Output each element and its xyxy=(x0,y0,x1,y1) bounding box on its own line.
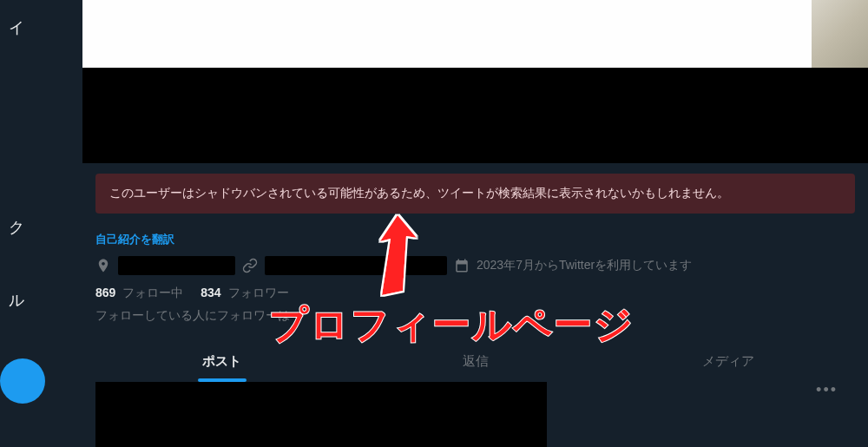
link-icon xyxy=(242,258,258,273)
sidebar-item-3[interactable]: ル xyxy=(9,290,24,311)
followers-label: フォロワー xyxy=(228,286,289,299)
profile-banner xyxy=(82,0,868,68)
post-content-redacted xyxy=(95,382,547,447)
following-count: 869 xyxy=(95,286,115,299)
location-redacted xyxy=(118,256,235,275)
followers-stat[interactable]: 834 フォロワー xyxy=(201,286,288,301)
tab-replies[interactable]: 返信 xyxy=(349,341,602,382)
following-stat[interactable]: 869 フォロー中 xyxy=(95,286,183,301)
sidebar: イ ク ル xyxy=(0,0,43,447)
compose-post-button[interactable] xyxy=(0,358,45,404)
location-icon xyxy=(95,258,111,273)
shadowban-warning: このユーザーはシャドウバンされている可能性があるため、ツイートが検索結果に表示さ… xyxy=(95,174,855,214)
followers-note: フォローしている人にフォロワーは xyxy=(95,308,855,324)
tab-posts[interactable]: ポスト xyxy=(95,341,349,382)
sidebar-item-1[interactable]: イ xyxy=(9,17,43,38)
link-redacted xyxy=(265,256,447,275)
following-label: フォロー中 xyxy=(122,286,183,299)
profile-header-redacted xyxy=(82,68,868,163)
sidebar-item-2[interactable]: ク xyxy=(9,217,24,238)
followers-count: 834 xyxy=(201,286,220,299)
profile-stats: 869 フォロー中 834 フォロワー xyxy=(95,286,855,301)
joined-date: 2023年7月からTwitterを利用しています xyxy=(477,258,692,273)
tab-media[interactable]: メディア xyxy=(602,341,855,382)
main-content: このユーザーはシャドウバンされている可能性があるため、ツイートが検索結果に表示さ… xyxy=(82,0,868,447)
profile-tabs: ポスト 返信 メディア xyxy=(95,341,855,382)
calendar-icon xyxy=(454,258,470,273)
profile-meta-row: 2023年7月からTwitterを利用しています xyxy=(95,256,855,275)
translate-bio-link[interactable]: 自己紹介を翻訳 xyxy=(95,232,174,247)
more-options-icon[interactable]: ••• xyxy=(816,381,838,399)
